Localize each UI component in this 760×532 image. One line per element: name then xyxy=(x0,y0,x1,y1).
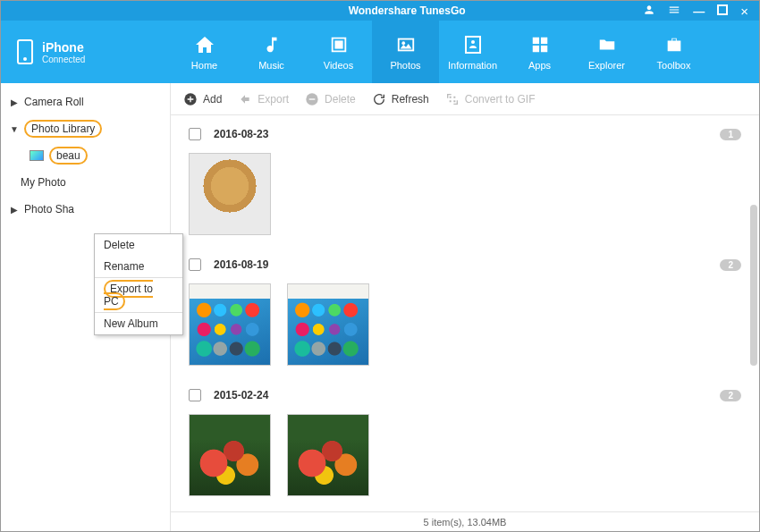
video-icon xyxy=(326,33,351,56)
tab-toolbox[interactable]: Toolbox xyxy=(640,21,707,83)
tab-label: Music xyxy=(258,60,284,71)
app-window: Wondershare TunesGo — × iPhone Connected… xyxy=(0,0,760,532)
gif-icon xyxy=(445,92,460,106)
tab-home[interactable]: Home xyxy=(171,21,238,83)
user-icon[interactable] xyxy=(643,4,655,18)
sidebar-subitem-beauty[interactable]: beau xyxy=(1,142,170,169)
maximize-icon[interactable] xyxy=(717,4,728,17)
tab-photos[interactable]: Photos xyxy=(372,21,439,83)
folder-icon xyxy=(595,33,620,56)
svg-rect-9 xyxy=(540,46,546,52)
photo-thumb[interactable] xyxy=(189,153,271,235)
count-badge: 2 xyxy=(720,259,741,271)
context-menu: Delete Rename Export to PC New Album xyxy=(94,233,183,335)
title-bar: Wondershare TunesGo — × xyxy=(1,1,759,21)
tab-label: Apps xyxy=(528,60,551,71)
device-status: Connected xyxy=(42,55,85,64)
photo-thumb[interactable] xyxy=(287,283,369,366)
svg-rect-1 xyxy=(334,40,342,48)
btn-label: Refresh xyxy=(392,93,429,106)
export-button[interactable]: Export xyxy=(238,92,289,106)
tab-apps[interactable]: Apps xyxy=(506,21,573,83)
export-icon xyxy=(238,92,252,106)
sidebar-item-label: Camera Roll xyxy=(24,96,84,108)
tab-music[interactable]: Music xyxy=(238,21,305,83)
svg-rect-0 xyxy=(718,5,727,14)
status-bar: 5 item(s), 13.04MB xyxy=(171,511,759,531)
info-icon xyxy=(460,33,486,56)
btn-label: Add xyxy=(203,93,222,106)
minus-icon xyxy=(305,92,319,106)
tab-label: Home xyxy=(191,60,217,71)
chevron-right-icon: ▶ xyxy=(10,205,19,215)
btn-label: Export xyxy=(258,93,289,106)
add-button[interactable]: Add xyxy=(183,92,222,106)
phone-icon xyxy=(17,39,33,64)
tab-label: Explorer xyxy=(588,60,625,71)
photo-list[interactable]: 2016-08-23 1 2016-08-19 2 xyxy=(171,115,759,511)
toolbox-icon xyxy=(662,33,687,56)
plus-icon xyxy=(183,92,198,106)
body: ▶ Camera Roll ▼ Photo Library beau My Ph… xyxy=(1,83,759,531)
tab-label: Photos xyxy=(390,60,420,71)
sidebar-item-label: beau xyxy=(49,147,88,165)
scrollbar[interactable] xyxy=(750,205,757,366)
main-tabs: iPhone Connected Home Music Videos Photo… xyxy=(1,21,759,83)
ctx-new-album[interactable]: New Album xyxy=(95,312,182,334)
tab-videos[interactable]: Videos xyxy=(305,21,372,83)
group-header[interactable]: 2016-08-19 2 xyxy=(189,249,741,280)
apps-icon xyxy=(528,33,553,56)
device-panel[interactable]: iPhone Connected xyxy=(1,21,171,83)
svg-point-3 xyxy=(401,41,405,45)
group-date: 2016-08-19 xyxy=(214,258,268,271)
checkbox[interactable] xyxy=(189,128,201,140)
tab-explorer[interactable]: Explorer xyxy=(573,21,640,83)
photo-icon xyxy=(393,33,418,56)
btn-label: Convert to GIF xyxy=(465,93,536,106)
ctx-export-to-pc[interactable]: Export to PC xyxy=(95,277,182,312)
sidebar-item-label: Photo Sha xyxy=(24,203,74,215)
photo-thumb[interactable] xyxy=(189,283,271,366)
content: Add Export Delete Refresh Convert to GIF xyxy=(171,83,759,531)
photo-thumb[interactable] xyxy=(287,414,369,496)
btn-label: Delete xyxy=(325,93,356,106)
group-date: 2016-08-23 xyxy=(214,128,268,140)
toolbar: Add Export Delete Refresh Convert to GIF xyxy=(171,83,759,115)
tab-label: Toolbox xyxy=(657,60,691,71)
close-icon[interactable]: × xyxy=(740,4,748,18)
music-icon xyxy=(259,33,284,56)
tab-information[interactable]: Information xyxy=(439,21,506,83)
convert-gif-button[interactable]: Convert to GIF xyxy=(445,92,536,106)
album-thumb-icon xyxy=(30,150,44,161)
sidebar-item-photo-library[interactable]: ▼ Photo Library xyxy=(1,115,170,142)
refresh-icon xyxy=(372,92,386,106)
checkbox[interactable] xyxy=(189,258,201,271)
menu-icon[interactable] xyxy=(668,4,680,18)
svg-rect-4 xyxy=(466,37,480,53)
home-icon xyxy=(192,33,217,56)
device-name: iPhone xyxy=(42,40,85,55)
svg-rect-6 xyxy=(532,38,538,44)
status-text: 5 item(s), 13.04MB xyxy=(424,517,507,528)
chevron-down-icon: ▼ xyxy=(10,124,19,134)
tab-label: Information xyxy=(448,60,497,71)
ctx-delete[interactable]: Delete xyxy=(95,234,182,256)
group-header[interactable]: 2015-02-24 2 xyxy=(189,380,741,410)
sidebar-item-label: Photo Library xyxy=(24,120,102,138)
checkbox[interactable] xyxy=(189,389,201,401)
ctx-rename[interactable]: Rename xyxy=(95,256,182,277)
app-title: Wondershare TunesGo xyxy=(171,4,643,17)
tab-label: Videos xyxy=(324,60,353,71)
refresh-button[interactable]: Refresh xyxy=(372,92,429,106)
photo-thumb[interactable] xyxy=(189,414,271,496)
sidebar-item-camera-roll[interactable]: ▶ Camera Roll xyxy=(1,89,170,115)
delete-button[interactable]: Delete xyxy=(305,92,356,106)
group-header[interactable]: 2016-08-23 1 xyxy=(189,119,741,149)
sidebar-item-photo-share[interactable]: ▶ Photo Sha xyxy=(1,196,170,223)
svg-rect-12 xyxy=(309,98,316,99)
minimize-icon[interactable]: — xyxy=(693,5,705,17)
svg-point-5 xyxy=(471,40,475,44)
count-badge: 1 xyxy=(720,129,741,140)
sidebar-item-my-photo[interactable]: My Photo xyxy=(1,169,170,196)
chevron-right-icon: ▶ xyxy=(10,97,19,107)
